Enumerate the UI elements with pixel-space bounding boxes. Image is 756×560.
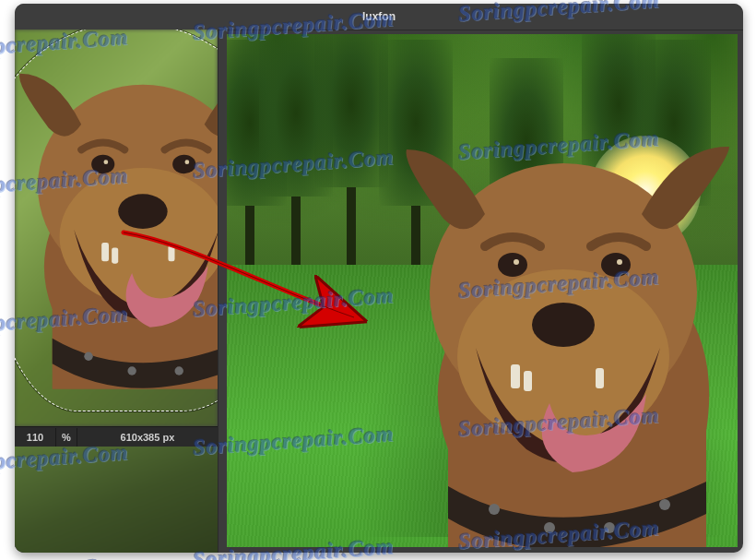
zoom-unit: %: [56, 428, 77, 447]
svg-point-25: [601, 253, 631, 277]
svg-point-24: [498, 253, 527, 277]
svg-point-17: [659, 499, 670, 510]
title-bar[interactable]: luxfon: [15, 4, 743, 30]
zoom-value[interactable]: 110: [15, 428, 56, 447]
secondary-document-thumbnail: [15, 447, 218, 553]
status-bar: 110 % 610x385 px: [15, 426, 218, 448]
svg-point-26: [514, 259, 519, 265]
svg-point-16: [604, 522, 615, 533]
target-document-panel: [227, 34, 738, 547]
secondary-document-panel[interactable]: [15, 447, 218, 553]
target-canvas[interactable]: [227, 34, 738, 547]
svg-point-15: [544, 522, 555, 533]
svg-point-27: [617, 259, 622, 265]
svg-rect-20: [511, 364, 520, 388]
svg-point-23: [532, 303, 595, 347]
svg-rect-21: [524, 371, 532, 391]
window-title: luxfon: [362, 10, 396, 23]
pasted-dog-layer[interactable]: [365, 117, 738, 547]
svg-point-14: [489, 504, 500, 515]
svg-rect-22: [596, 368, 604, 388]
source-document-panel: 110 % 610x385 px: [15, 30, 219, 553]
app-window: luxfon: [15, 4, 743, 553]
canvas-dimensions: 610x385 px: [77, 428, 218, 447]
source-canvas[interactable]: [15, 30, 218, 426]
selection-outline[interactable]: [15, 30, 218, 411]
